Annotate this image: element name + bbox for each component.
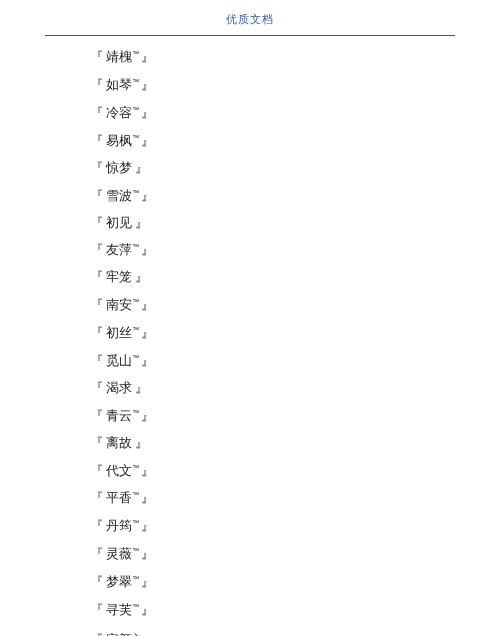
list-item: 『 梦翠™ 』	[90, 575, 500, 589]
list-item: 『 南安™ 』	[90, 298, 500, 312]
close-bracket: 』	[138, 244, 154, 258]
list-item: 『 初丝™ 』	[90, 326, 500, 340]
list-item: 『 惊梦 』	[90, 162, 500, 175]
list-item: 『 牢笼 』	[90, 271, 500, 284]
item-name: 雪波	[106, 189, 132, 203]
close-bracket: 』	[138, 354, 154, 368]
open-bracket: 『	[90, 354, 106, 368]
open-bracket: 『	[90, 244, 106, 258]
open-bracket: 『	[90, 326, 106, 340]
list-item: 『 冷容™ 』	[90, 106, 500, 120]
close-bracket: 』	[138, 520, 154, 534]
list-item: 『 初见 』	[90, 217, 500, 230]
open-bracket: 『	[90, 603, 106, 617]
close-bracket: 』	[132, 216, 148, 230]
open-bracket: 『	[90, 464, 106, 478]
close-bracket: 』	[138, 134, 154, 148]
item-name: 丹筠	[106, 520, 132, 534]
close-bracket: 』	[138, 50, 154, 64]
item-name: 寻芙	[106, 603, 132, 617]
item-name: 灵薇	[106, 548, 132, 562]
close-bracket: 』	[138, 548, 154, 562]
close-bracket: 』	[138, 409, 154, 423]
open-bracket: 『	[90, 106, 106, 120]
item-name: 初见	[106, 216, 132, 230]
list-item: 『 青云™ 』	[90, 409, 500, 423]
close-bracket: 』	[138, 298, 154, 312]
open-bracket: 『	[90, 189, 106, 203]
list-item: 『 丹筠™ 』	[90, 519, 500, 533]
tail-mark: ↘	[133, 630, 141, 636]
list-item: 『 靖槐™ 』	[90, 50, 500, 64]
open-bracket: 『	[90, 270, 106, 284]
item-name: 初丝	[106, 326, 132, 340]
item-name: 易枫	[106, 134, 132, 148]
document-page: 优质文档 『 靖槐™ 』『 如琴™ 』『 冷容™ 』『 易枫™ 』『 惊梦 』『…	[0, 0, 500, 636]
close-bracket: 』	[138, 78, 154, 92]
item-name: 惊梦	[106, 161, 132, 175]
item-name: 友萍	[106, 244, 132, 258]
close-bracket: 』	[132, 381, 148, 395]
item-name: 靖槐	[106, 50, 132, 64]
open-bracket: 『	[90, 161, 106, 175]
list-item: 『 渴求 』	[90, 382, 500, 395]
list-item: 『 友萍™ 』	[90, 243, 500, 257]
header-rule	[45, 35, 455, 36]
item-name: 梦翠	[106, 575, 132, 589]
item-name: 离故	[106, 436, 132, 450]
close-bracket: 』	[138, 464, 154, 478]
item-name: 青云	[106, 409, 132, 423]
close-bracket: 』	[138, 492, 154, 506]
open-bracket: 『	[90, 575, 106, 589]
name-list: 『 靖槐™ 』『 如琴™ 』『 冷容™ 』『 易枫™ 』『 惊梦 』『 雪波™ …	[0, 50, 500, 636]
list-item: 『 寻芙™ 』	[90, 603, 500, 617]
close-bracket: 』	[132, 270, 148, 284]
item-name: 冷容	[106, 106, 132, 120]
open-bracket: 『	[90, 298, 106, 312]
close-bracket: 』	[138, 326, 154, 340]
list-item: 『 容颜↘ 』	[90, 631, 500, 636]
item-name: 南安	[106, 298, 132, 312]
open-bracket: 『	[90, 492, 106, 506]
item-name: 如琴	[106, 78, 132, 92]
close-bracket: 』	[138, 603, 154, 617]
open-bracket: 『	[90, 520, 106, 534]
close-bracket: 』	[132, 161, 148, 175]
list-item: 『 灵薇™ 』	[90, 547, 500, 561]
open-bracket: 『	[90, 134, 106, 148]
page-header: 优质文档	[0, 12, 500, 27]
list-item: 『 易枫™ 』	[90, 134, 500, 148]
open-bracket: 『	[90, 216, 106, 230]
open-bracket: 『	[90, 381, 106, 395]
open-bracket: 『	[90, 78, 106, 92]
list-item: 『 离故 』	[90, 437, 500, 450]
item-name: 代文	[106, 464, 132, 478]
open-bracket: 『	[90, 436, 106, 450]
open-bracket: 『	[90, 50, 106, 64]
item-name: 觅山	[106, 354, 132, 368]
close-bracket: 』	[138, 575, 154, 589]
item-name: 渴求	[106, 381, 132, 395]
close-bracket: 』	[138, 106, 154, 120]
close-bracket: 』	[138, 189, 154, 203]
list-item: 『 觅山™ 』	[90, 354, 500, 368]
item-name: 牢笼	[106, 270, 132, 284]
open-bracket: 『	[90, 548, 106, 562]
open-bracket: 『	[90, 409, 106, 423]
close-bracket: 』	[132, 436, 148, 450]
list-item: 『 雪波™ 』	[90, 189, 500, 203]
list-item: 『 代文™ 』	[90, 464, 500, 478]
list-item: 『 平香™ 』	[90, 491, 500, 505]
item-name: 平香	[106, 492, 132, 506]
list-item: 『 如琴™ 』	[90, 78, 500, 92]
